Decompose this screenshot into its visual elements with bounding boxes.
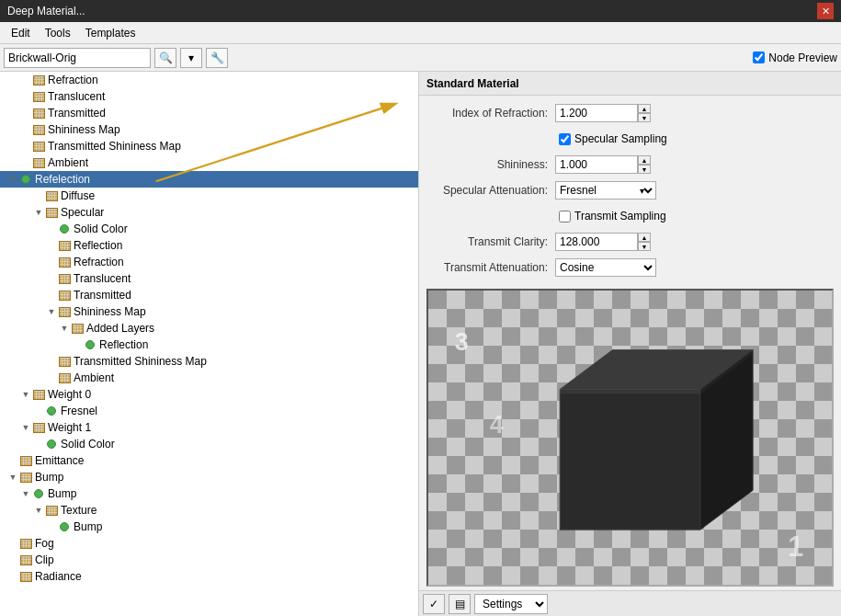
tree-item-diffuse[interactable]: Diffuse xyxy=(0,188,418,204)
tree-item-reflection3[interactable]: Reflection xyxy=(0,337,418,353)
tree-toggle-ambient2[interactable] xyxy=(46,372,57,383)
doc-button[interactable]: ▤ xyxy=(449,594,471,614)
settings-select[interactable]: Settings xyxy=(474,594,548,614)
tree-panel: RefractionTranslucentTransmittedShinines… xyxy=(0,72,419,616)
tree-item-reflection2[interactable]: Reflection xyxy=(0,237,418,254)
dropdown-button[interactable]: ▾ xyxy=(180,48,202,68)
tree-toggle-refelection[interactable]: ▼ xyxy=(7,174,18,185)
preview-checkerboard: 3 4 1 xyxy=(428,291,832,585)
spin-up-shininess[interactable]: ▲ xyxy=(638,155,651,165)
preset-input[interactable] xyxy=(4,48,151,68)
tree-toggle-transmittedshiny2[interactable] xyxy=(46,356,57,367)
spin-down-shininess[interactable]: ▼ xyxy=(638,165,651,174)
tree-item-addedlayers[interactable]: ▼Added Layers xyxy=(0,320,418,337)
tree-label-translucent2: Translucent xyxy=(74,272,131,285)
spin-up-transmit-clarity[interactable]: ▲ xyxy=(638,233,651,242)
spin-down-transmit-clarity[interactable]: ▼ xyxy=(638,242,651,251)
prop-input-ior[interactable] xyxy=(555,104,638,122)
menu-edit[interactable]: Edit xyxy=(4,25,38,41)
tree-toggle-transmitted1[interactable] xyxy=(20,108,31,119)
tree-toggle-bump[interactable]: ▼ xyxy=(7,472,18,483)
tree-toggle-bump3[interactable] xyxy=(46,521,57,532)
tree-toggle-transmittedshiny1[interactable] xyxy=(20,141,31,152)
transmit-sampling-checkbox[interactable] xyxy=(559,211,571,222)
tree-item-fog[interactable]: Fog xyxy=(0,535,418,552)
tree-item-radiance[interactable]: Radiance xyxy=(0,568,418,585)
tree-toggle-refraction2[interactable] xyxy=(46,257,57,268)
tree-toggle-emittance[interactable] xyxy=(7,455,18,466)
tree-item-shininessmap2[interactable]: ▼Shininess Map xyxy=(0,303,418,320)
tree-label-diffuse: Diffuse xyxy=(61,189,95,202)
tree-item-weight0[interactable]: ▼Weight 0 xyxy=(0,386,418,403)
prop-select-specular-atten[interactable]: Fresnel Cosine None xyxy=(555,181,656,200)
tree-toggle-translucent1[interactable] xyxy=(20,91,31,102)
tree-item-refraction1[interactable]: Refraction xyxy=(0,72,418,88)
tree-toggle-weight0[interactable]: ▼ xyxy=(20,389,31,400)
tree-label-fresnel: Fresnel xyxy=(61,405,97,417)
tree-item-fresnel[interactable]: Fresnel xyxy=(0,403,418,419)
tree-item-weight1[interactable]: ▼Weight 1 xyxy=(0,419,418,436)
tree-toggle-clip[interactable] xyxy=(7,554,18,565)
tree-item-texture[interactable]: ▼Texture xyxy=(0,502,418,519)
tree-item-bump[interactable]: ▼Bump xyxy=(0,469,418,485)
node-preview-checkbox[interactable] xyxy=(753,51,765,63)
tree-toggle-fog[interactable] xyxy=(7,538,18,549)
tree-item-transmitted2[interactable]: Transmitted xyxy=(0,287,418,303)
tree-item-translucent1[interactable]: Translucent xyxy=(0,88,418,105)
prop-input-shininess[interactable] xyxy=(555,155,638,174)
tree-toggle-transmitted2[interactable] xyxy=(46,290,57,301)
tree-item-ambient2[interactable]: Ambient xyxy=(0,370,418,386)
tree-item-refraction2[interactable]: Refraction xyxy=(0,254,418,270)
tree-item-bump2[interactable]: ▼Bump xyxy=(0,485,418,502)
tree-toggle-ambient1[interactable] xyxy=(20,157,31,168)
tree-item-solidcolor1[interactable]: Solid Color xyxy=(0,221,418,237)
tree-toggle-solidcolor1[interactable] xyxy=(46,223,57,234)
tree-item-shininessmap1[interactable]: Shininess Map xyxy=(0,121,418,138)
tree-icon-radiance xyxy=(18,571,33,582)
tree-item-clip[interactable]: Clip xyxy=(0,552,418,568)
search-button[interactable]: 🔍 xyxy=(154,48,176,68)
tree-item-translucent2[interactable]: Translucent xyxy=(0,270,418,287)
title-bar-title: Deep Material... xyxy=(7,5,85,17)
tree-item-ambient1[interactable]: Ambient xyxy=(0,154,418,171)
tree-toggle-shininessmap1[interactable] xyxy=(20,124,31,135)
tree-item-transmittedshiny2[interactable]: Transmitted Shininess Map xyxy=(0,353,418,370)
prop-label-transmit-clarity: Transmit Clarity: xyxy=(426,235,555,248)
tree-icon-emittance xyxy=(18,455,33,466)
tree-item-transmitted1[interactable]: Transmitted xyxy=(0,105,418,121)
tree-toggle-addedlayers[interactable]: ▼ xyxy=(59,323,70,334)
tree-item-bump3[interactable]: Bump xyxy=(0,519,418,535)
spin-down-ior[interactable]: ▼ xyxy=(638,113,651,122)
tree-toggle-translucent2[interactable] xyxy=(46,273,57,284)
tree-toggle-radiance[interactable] xyxy=(7,571,18,582)
tree-toggle-diffuse[interactable] xyxy=(33,190,44,201)
close-button[interactable]: ✕ xyxy=(817,3,834,19)
tree-item-specular[interactable]: ▼Specular xyxy=(0,204,418,221)
tree-icon-addedlayers xyxy=(70,323,85,334)
menu-templates[interactable]: Templates xyxy=(78,25,143,41)
svg-marker-5 xyxy=(560,390,700,530)
tree-toggle-fresnel[interactable] xyxy=(33,405,44,416)
wrench-button[interactable]: 🔧 xyxy=(206,48,228,68)
preview-cube-svg: 3 4 1 xyxy=(428,291,832,585)
menu-tools[interactable]: Tools xyxy=(38,25,78,41)
tree-toggle-bump2[interactable]: ▼ xyxy=(20,488,31,499)
tree-item-refelection[interactable]: ▼Refelection xyxy=(0,171,418,188)
tree-toggle-specular[interactable]: ▼ xyxy=(33,207,44,218)
tree-item-emittance[interactable]: Emittance xyxy=(0,452,418,469)
tree-toggle-refraction1[interactable] xyxy=(20,74,31,86)
prop-input-transmit-clarity[interactable] xyxy=(555,233,638,251)
tree-toggle-reflection2[interactable] xyxy=(46,240,57,251)
tree-item-transmittedshiny1[interactable]: Transmitted Shininess Map xyxy=(0,138,418,154)
tree-toggle-weight1[interactable]: ▼ xyxy=(20,422,31,433)
tree-toggle-shininessmap2[interactable]: ▼ xyxy=(46,306,57,317)
tree-toggle-texture[interactable]: ▼ xyxy=(33,505,44,516)
prop-select-transmit-atten[interactable]: Cosine Fresnel None xyxy=(555,258,656,277)
tree-toggle-solidcolor2[interactable] xyxy=(33,439,44,450)
tree-toggle-reflection3[interactable] xyxy=(72,339,83,350)
tree-label-ambient1: Ambient xyxy=(48,156,88,169)
spin-up-ior[interactable]: ▲ xyxy=(638,104,651,113)
tree-item-solidcolor2[interactable]: Solid Color xyxy=(0,436,418,452)
specular-sampling-checkbox[interactable] xyxy=(559,133,571,145)
check-button[interactable]: ✓ xyxy=(423,594,445,614)
